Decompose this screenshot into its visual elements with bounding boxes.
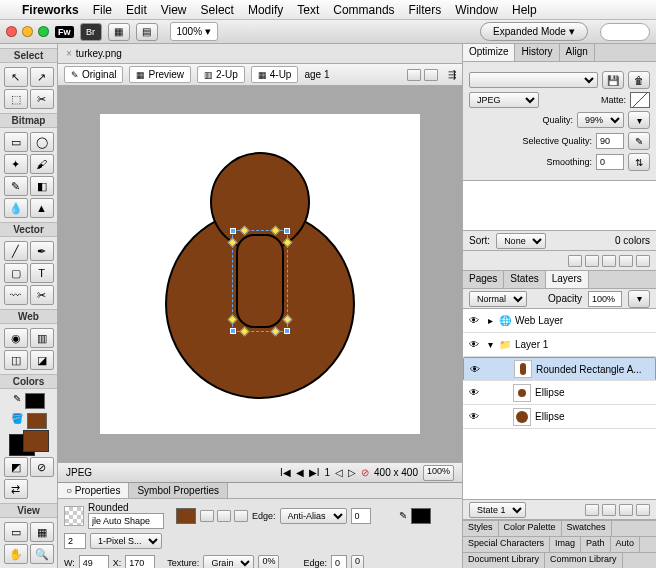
viewbar-icon-2[interactable] <box>424 69 438 81</box>
swap-colors[interactable]: ⇄ <box>4 479 28 499</box>
zoom-level[interactable]: 100% ▾ <box>170 22 219 41</box>
menu-modify[interactable]: Modify <box>248 3 283 17</box>
tab-properties[interactable]: ○ Properties <box>58 483 129 498</box>
edge-value[interactable] <box>351 508 371 524</box>
visibility-icon[interactable]: 👁 <box>468 364 482 375</box>
prev-icon[interactable]: ◁ <box>335 467 343 478</box>
smoothing-input[interactable] <box>596 154 624 170</box>
crop-tool[interactable]: ✂ <box>30 89 54 109</box>
line-tool[interactable]: ╱ <box>4 241 28 261</box>
menu-window[interactable]: Window <box>455 3 498 17</box>
first-frame-icon[interactable]: I◀ <box>280 467 291 478</box>
layer-row[interactable]: 👁Ellipse <box>463 381 656 405</box>
tab-swatches[interactable]: Swatches <box>562 521 612 536</box>
menu-text[interactable]: Text <box>297 3 319 17</box>
blend-mode[interactable]: Normal <box>469 291 527 307</box>
tab-2up[interactable]: ▥ 2-Up <box>197 66 245 83</box>
lock-icon[interactable] <box>602 255 616 267</box>
tab-align[interactable]: Align <box>560 44 595 61</box>
screen-mode-1[interactable]: ▭ <box>4 522 28 542</box>
stroke-swatch[interactable] <box>411 508 431 524</box>
fill-color[interactable] <box>27 413 47 429</box>
close-window[interactable] <box>6 26 17 37</box>
tab-auto[interactable]: Auto <box>611 537 641 552</box>
tab-special-chars[interactable]: Special Characters <box>463 537 550 552</box>
menu-view[interactable]: View <box>161 3 187 17</box>
text-tool[interactable]: T <box>30 263 54 283</box>
texture-pct[interactable]: 0% <box>258 555 279 568</box>
menu-edit[interactable]: Edit <box>126 3 147 17</box>
selection-handle[interactable] <box>230 328 236 334</box>
tab-color-palette[interactable]: Color Palette <box>499 521 562 536</box>
tab-layers[interactable]: Layers <box>546 271 589 288</box>
pen-tool[interactable]: ✒ <box>30 241 54 261</box>
slice-tool[interactable]: ▥ <box>30 328 54 348</box>
shape-name-input[interactable] <box>88 513 164 529</box>
texture-select[interactable]: Grain <box>203 555 254 568</box>
width-input[interactable] <box>79 555 109 568</box>
menu-file[interactable]: File <box>93 3 112 17</box>
stroke-color[interactable] <box>25 393 45 409</box>
tab-path[interactable]: Path <box>581 537 611 552</box>
visibility-icon[interactable]: 👁 <box>467 339 481 350</box>
tab-image[interactable]: Imag <box>550 537 581 552</box>
freeform-tool[interactable]: 〰 <box>4 285 28 305</box>
quality-select[interactable]: 99% <box>577 112 624 128</box>
quality-stepper[interactable]: ▾ <box>628 111 650 129</box>
layer-row[interactable]: 👁▸🌐Web Layer <box>463 309 656 333</box>
disclosure-icon[interactable]: ▾ <box>485 339 495 350</box>
document-tab[interactable]: ×turkey.png <box>58 44 462 64</box>
blur-tool[interactable]: 💧 <box>4 198 28 218</box>
opacity-input[interactable] <box>588 291 622 307</box>
pencil-tool[interactable]: ✎ <box>4 176 28 196</box>
canvas[interactable] <box>100 114 420 434</box>
knife-tool[interactable]: ✂ <box>30 285 54 305</box>
subselect-tool[interactable]: ↗ <box>30 67 54 87</box>
delete-color-icon[interactable] <box>636 255 650 267</box>
panel-menu-icon[interactable]: ⇶ <box>448 69 456 80</box>
rebuild-icon[interactable] <box>568 255 582 267</box>
toolbar-btn-2[interactable]: ▤ <box>136 23 158 41</box>
viewbar-icon-1[interactable] <box>407 69 421 81</box>
no-color[interactable]: ⊘ <box>30 457 54 477</box>
fill-opts-icon2[interactable] <box>234 510 248 522</box>
app-menu[interactable]: Fireworks <box>22 3 79 17</box>
brush-tool[interactable]: 🖌 <box>30 154 54 174</box>
stroke-edge[interactable] <box>331 555 347 568</box>
selection-handle[interactable] <box>230 228 236 234</box>
stroke-edge-amt[interactable]: 0 <box>351 555 364 568</box>
new-sublayer-icon[interactable] <box>585 504 599 516</box>
mask-icon[interactable] <box>602 504 616 516</box>
format-select[interactable]: JPEG <box>469 92 539 108</box>
tab-pages[interactable]: Pages <box>463 271 504 288</box>
default-colors[interactable]: ◩ <box>4 457 28 477</box>
layer-row[interactable]: 👁Rounded Rectangle A... <box>463 357 656 381</box>
canvas-area[interactable] <box>58 86 462 462</box>
selection-handle[interactable] <box>284 328 290 334</box>
tab-states[interactable]: States <box>504 271 545 288</box>
scale-tool[interactable]: ⬚ <box>4 89 28 109</box>
matte-swatch[interactable] <box>630 92 650 108</box>
tab-4up[interactable]: ▦ 4-Up <box>251 66 299 83</box>
tab-history[interactable]: History <box>515 44 559 61</box>
workspace-mode[interactable]: Expanded Mode ▾ <box>480 22 588 41</box>
menu-help[interactable]: Help <box>512 3 537 17</box>
selection-handle[interactable] <box>284 228 290 234</box>
edge-select[interactable]: Anti-Alias <box>280 508 347 524</box>
marquee-tool[interactable]: ▭ <box>4 132 28 152</box>
preset-select[interactable] <box>469 72 598 88</box>
toolbar-btn-1[interactable]: ▦ <box>108 23 130 41</box>
layer-row[interactable]: 👁Ellipse <box>463 405 656 429</box>
new-layer-icon[interactable] <box>619 504 633 516</box>
show-slice-tool[interactable]: ◪ <box>30 350 54 370</box>
minimize-window[interactable] <box>22 26 33 37</box>
rect-tool[interactable]: ▢ <box>4 263 28 283</box>
wand-tool[interactable]: ✦ <box>4 154 28 174</box>
sort-select[interactable]: None <box>496 233 546 249</box>
menu-filters[interactable]: Filters <box>409 3 442 17</box>
tab-doc-library[interactable]: Document Library <box>463 553 545 568</box>
x-input[interactable] <box>125 555 155 568</box>
hotspot-tool[interactable]: ◉ <box>4 328 28 348</box>
state-select[interactable]: State 1 <box>469 502 526 518</box>
close-tab-icon[interactable]: × <box>66 48 72 59</box>
